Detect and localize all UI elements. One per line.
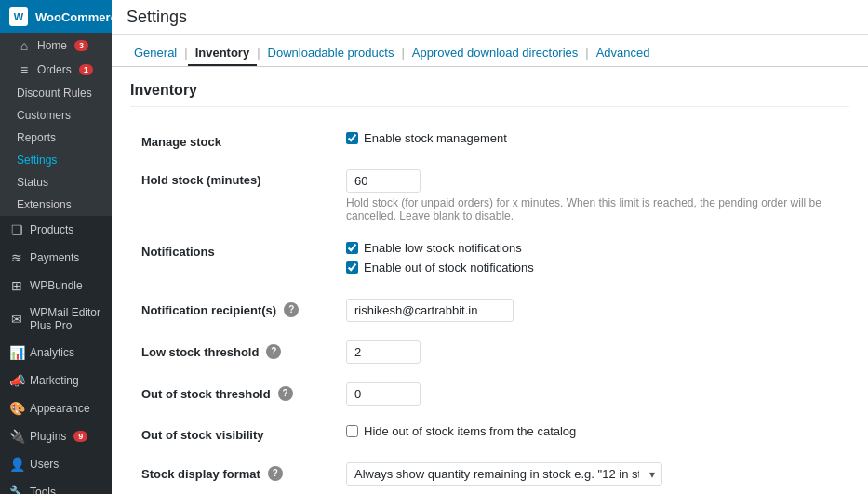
- low-stock-threshold-label: Low stock threshold ?: [130, 331, 335, 373]
- sidebar-item-reports[interactable]: Reports: [0, 127, 112, 149]
- woocommerce-submenu: ⌂ Home 3 ≡ Orders 1 Discount Rules Custo…: [0, 33, 112, 216]
- manage-stock-field: Enable stock management: [335, 122, 849, 160]
- sidebar-item-label: Status: [17, 176, 48, 189]
- brand-label: WooCommerce: [35, 10, 112, 24]
- form-table: Manage stock Enable stock management: [130, 122, 849, 494]
- hold-stock-row: Hold stock (minutes) Hold stock (for unp…: [130, 160, 849, 232]
- manage-stock-checkbox-label[interactable]: Enable stock management: [346, 131, 838, 145]
- out-of-stock-notify-label[interactable]: Enable out of stock notifications: [346, 260, 838, 274]
- main-content: Settings General | Inventory | Downloada…: [112, 0, 868, 494]
- sidebar-item-analytics[interactable]: 📊 Analytics: [0, 339, 112, 367]
- hold-stock-field: Hold stock (for unpaid orders) for x min…: [335, 160, 849, 232]
- analytics-icon: 📊: [9, 345, 24, 360]
- notification-recipient-row: Notification recipient(s) ?: [130, 289, 849, 331]
- section-title: Inventory: [130, 82, 849, 107]
- manage-stock-checkbox[interactable]: [346, 132, 358, 144]
- low-stock-threshold-field: [335, 331, 849, 373]
- stock-display-format-row: Stock display format ? Always show quant…: [130, 453, 849, 494]
- sidebar-item-label: Discount Rules: [17, 87, 92, 100]
- stock-display-format-field: Always show quantity remaining in stock …: [335, 453, 849, 494]
- out-of-stock-visibility-checkbox-label[interactable]: Hide out of stock items from the catalog: [346, 424, 838, 438]
- sidebar-item-plugins[interactable]: 🔌 Plugins 9: [0, 422, 112, 450]
- sidebar-item-customers[interactable]: Customers: [0, 104, 112, 127]
- tools-icon: 🔧: [9, 485, 24, 494]
- low-stock-threshold-row: Low stock threshold ?: [130, 331, 849, 373]
- sidebar-item-label: Extensions: [17, 198, 72, 211]
- sidebar-item-label: Users: [30, 458, 59, 471]
- sidebar-item-wpmail[interactable]: ✉ WPMail Editor Plus Pro: [0, 300, 112, 339]
- products-icon: ❏: [9, 222, 24, 237]
- plugins-badge: 9: [73, 431, 87, 442]
- notification-recipient-input[interactable]: [346, 299, 514, 322]
- out-of-stock-notify-checkbox[interactable]: [346, 261, 358, 274]
- sidebar-brand[interactable]: W WooCommerce: [0, 0, 112, 33]
- low-stock-notify-label[interactable]: Enable low stock notifications: [346, 241, 838, 255]
- out-of-stock-visibility-label: Out of stock visibility: [130, 415, 335, 453]
- sidebar-item-users[interactable]: 👤 Users: [0, 450, 112, 478]
- content-area: General | Inventory | Downloadable produ…: [112, 35, 868, 494]
- low-stock-help-icon[interactable]: ?: [266, 344, 281, 359]
- page-header: Settings: [112, 0, 868, 35]
- sidebar-item-wpbundle[interactable]: ⊞ WPBundle: [0, 272, 112, 300]
- wpbundle-icon: ⊞: [9, 278, 24, 293]
- sidebar-item-orders[interactable]: ≡ Orders 1: [0, 58, 112, 82]
- notification-recipient-field: [335, 289, 849, 331]
- out-of-stock-visibility-checkbox[interactable]: [346, 425, 358, 437]
- sidebar-item-settings[interactable]: Settings: [0, 149, 112, 171]
- low-stock-notify-checkbox[interactable]: [346, 242, 358, 254]
- sidebar-item-label: Home: [37, 39, 67, 52]
- orders-icon: ≡: [17, 62, 32, 77]
- sidebar-item-marketing[interactable]: 📣 Marketing: [0, 367, 112, 394]
- tab-downloadable[interactable]: Downloadable products: [260, 41, 402, 66]
- page-title: Settings: [127, 7, 187, 26]
- hold-stock-input[interactable]: [346, 169, 421, 193]
- stock-display-help-icon[interactable]: ?: [268, 466, 283, 481]
- stock-display-format-select[interactable]: Always show quantity remaining in stock …: [346, 462, 662, 486]
- tab-inventory[interactable]: Inventory: [188, 41, 258, 66]
- stock-display-format-label: Stock display format ?: [130, 453, 335, 494]
- sidebar-item-label: Marketing: [30, 374, 79, 387]
- sidebar-item-label: Tools: [30, 486, 56, 494]
- sidebar-item-label: WPMail Editor Plus Pro: [30, 306, 102, 332]
- sidebar-item-label: Analytics: [30, 346, 74, 359]
- out-of-stock-threshold-label: Out of stock threshold ?: [130, 373, 335, 415]
- sidebar-item-label: Products: [30, 223, 73, 236]
- sidebar-item-discount-rules[interactable]: Discount Rules: [0, 82, 112, 104]
- sidebar-item-payments[interactable]: ≋ Payments: [0, 244, 112, 272]
- out-of-stock-threshold-help-icon[interactable]: ?: [278, 386, 293, 401]
- sidebar-item-label: WPBundle: [30, 279, 83, 292]
- sidebar-item-products[interactable]: ❏ Products: [0, 216, 112, 244]
- sidebar-item-label: Payments: [30, 251, 79, 264]
- marketing-icon: 📣: [9, 373, 24, 388]
- manage-stock-row: Manage stock Enable stock management: [130, 122, 849, 160]
- sidebar-item-label: Plugins: [30, 430, 66, 443]
- tab-approved-dirs[interactable]: Approved download directories: [405, 41, 586, 66]
- tab-general[interactable]: General: [127, 41, 184, 66]
- sidebar-item-status[interactable]: Status: [0, 171, 112, 194]
- recipient-help-icon[interactable]: ?: [284, 302, 299, 317]
- plugins-icon: 🔌: [9, 429, 24, 444]
- sidebar-item-tools[interactable]: 🔧 Tools: [0, 478, 112, 494]
- stock-display-select-wrapper: Always show quantity remaining in stock …: [346, 462, 662, 486]
- low-stock-threshold-input[interactable]: [346, 340, 421, 364]
- out-of-stock-threshold-field: [335, 373, 849, 415]
- sidebar-item-label: Customers: [17, 109, 71, 122]
- users-icon: 👤: [9, 457, 24, 472]
- tab-advanced[interactable]: Advanced: [589, 41, 658, 66]
- sidebar-item-appearance[interactable]: 🎨 Appearance: [0, 394, 112, 422]
- home-badge: 3: [74, 40, 88, 51]
- settings-form: Inventory Manage stock Enable stock mana…: [112, 67, 868, 494]
- sidebar-item-home[interactable]: ⌂ Home 3: [0, 33, 112, 58]
- notification-recipient-label: Notification recipient(s) ?: [130, 289, 335, 331]
- sidebar-item-extensions[interactable]: Extensions: [0, 194, 112, 216]
- settings-tabs: General | Inventory | Downloadable produ…: [112, 35, 868, 67]
- sidebar-item-label: Orders: [37, 63, 72, 76]
- orders-badge: 1: [79, 64, 93, 75]
- out-of-stock-visibility-row: Out of stock visibility Hide out of stoc…: [130, 415, 849, 453]
- sidebar-item-label: Settings: [17, 154, 57, 167]
- out-of-stock-threshold-input[interactable]: [346, 382, 421, 406]
- payments-icon: ≋: [9, 250, 24, 265]
- out-of-stock-threshold-row: Out of stock threshold ?: [130, 373, 849, 415]
- hold-stock-help: Hold stock (for unpaid orders) for x min…: [346, 196, 838, 222]
- notifications-row: Notifications Enable low stock notificat…: [130, 232, 849, 289]
